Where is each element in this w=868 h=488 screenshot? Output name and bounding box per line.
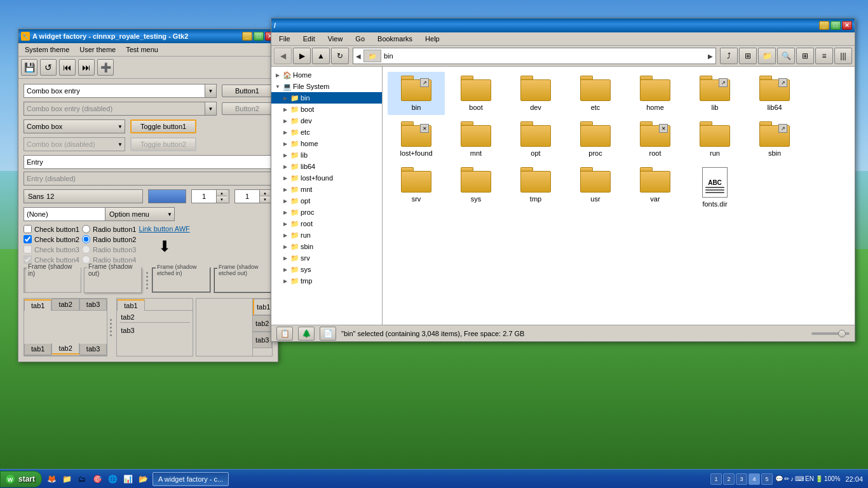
fm-menu-help[interactable]: Help [420,34,445,44]
fm-file-etc[interactable]: etc [567,72,624,115]
none-input[interactable]: (None) [24,207,118,221]
tab-bottom-2[interactable]: tab2 [51,343,79,355]
spin-down-1[interactable]: ▼ [217,196,227,203]
taskbar-app-extra3[interactable]: 📊 [121,472,135,486]
wf-tool-last[interactable]: ⏭ [78,59,95,76]
fm-tree-boot[interactable]: ▶ boot [271,104,382,115]
taskbar-app-firefox[interactable]: 🦊 [44,472,58,486]
pager-4[interactable]: 4 [749,473,760,485]
fm-tree-toggle-lib[interactable]: ▶ [281,151,289,159]
fm-menu-edit[interactable]: Edit [298,34,320,44]
taskbar-chat-icon[interactable]: 💬 [775,475,783,482]
fm-tree-run[interactable]: ▶ run [271,229,382,241]
fm-tree-toggle-lost[interactable]: ▶ [281,174,289,182]
taskbar-input-icon[interactable]: EN [805,475,814,482]
fm-tree-bin[interactable]: ▶ bin [271,92,382,104]
toggle-button1[interactable]: Toggle button1 [130,119,196,133]
fm-close-button[interactable]: ✕ [842,21,852,30]
fm-file-home[interactable]: home [627,72,684,115]
fm-file-proc[interactable]: proc [567,118,624,161]
wf-tool-undo[interactable]: ↺ [40,59,57,76]
fm-search-btn[interactable]: 🔍 [777,48,795,64]
fm-file-srv[interactable]: srv [388,163,445,212]
taskbar-app-folder[interactable]: 📁 [60,472,74,486]
fm-tree-toggle-mnt[interactable]: ▶ [281,186,289,193]
color-button[interactable] [148,189,186,203]
fm-slider-thumb[interactable] [838,330,846,337]
spin-up-1[interactable]: ▲ [217,190,227,196]
checkbox-2[interactable] [24,235,32,243]
combo-entry-1[interactable]: Combo box entry ▼ [24,84,217,98]
fm-bb-btn-2[interactable]: 🌲 [298,327,315,341]
fm-tree-root[interactable]: ▶ root [271,218,382,229]
tab-mid-3[interactable]: tab3 [119,325,190,336]
start-button[interactable]: W start [0,471,42,487]
wf-tool-add[interactable]: ➕ [97,59,114,76]
fm-menu-view[interactable]: View [323,34,348,44]
combo-entry-input-1[interactable]: Combo box entry [24,85,205,97]
fm-tree-toggle-tmp[interactable]: ▶ [281,277,289,285]
fm-location-input[interactable]: bin [384,52,705,60]
link-button[interactable]: Link button AWF [139,225,189,233]
spin-input-2[interactable]: 1 [235,190,259,203]
spinner-1[interactable]: 1 ▲ ▼ [191,189,229,203]
fm-view-btn-list[interactable]: ≡ [815,48,833,64]
taskbar-battery-icon[interactable]: 🔋 [815,475,823,482]
tab-right-1[interactable]: tab1 [253,299,272,315]
fm-file-sys[interactable]: sys [447,163,505,212]
tab-bottom-3[interactable]: tab3 [79,344,107,355]
fm-tree-toggle-home[interactable]: ▶ [274,71,281,79]
fm-tree-toggle-bin[interactable]: ▶ [281,94,289,102]
fm-tree-filesystem[interactable]: ▼ 💻 File System [271,81,382,92]
spin-down-2[interactable]: ▼ [260,196,270,203]
combo-entry-dropdown-btn-1[interactable]: ▼ [205,85,216,97]
fm-tree-proc[interactable]: ▶ proc [271,207,382,218]
fm-tree-lost-found[interactable]: ▶ lost+found [271,172,382,184]
wf-tool-save[interactable]: 💾 [21,59,37,76]
fm-tree-toggle-root[interactable]: ▶ [281,220,289,227]
tab-mid-2[interactable]: tab2 [119,312,190,323]
radio-2[interactable] [82,235,90,243]
fm-tree-toggle-fs[interactable]: ▼ [274,83,281,90]
fm-tree-sbin[interactable]: ▶ sbin [271,241,382,252]
fm-tree-toggle-lib64[interactable]: ▶ [281,163,289,170]
fm-file-usr[interactable]: usr [567,163,624,212]
wf-maximize-button[interactable]: □ [254,32,264,41]
pager-3[interactable]: 3 [736,473,747,485]
tab-top-3[interactable]: tab3 [79,299,107,310]
fm-slider-track[interactable] [811,332,850,335]
tab-right-3[interactable]: tab3 [253,332,272,348]
fm-tree-etc[interactable]: ▶ etc [271,126,382,138]
fm-file-fontsdir[interactable]: fonts.dir [686,163,743,212]
taskbar-app-extra2[interactable]: 🌐 [105,472,119,486]
fm-minimize-button[interactable]: _ [819,21,829,30]
fm-tree-lib[interactable]: ▶ lib [271,149,382,161]
fm-file-mnt[interactable]: mnt [447,118,505,161]
fm-tree-home[interactable]: ▶ 🏠 Home [271,69,382,81]
fm-nav-btn-extra1[interactable]: ⤴ [720,48,738,64]
pager-1[interactable]: 1 [710,473,722,485]
fm-tree-opt[interactable]: ▶ opt [271,195,382,207]
fm-file-dev[interactable]: dev [507,72,564,115]
fm-tree-toggle-opt[interactable]: ▶ [281,197,289,205]
fm-view-btn-columns[interactable]: ||| [834,48,852,64]
spin-up-2[interactable]: ▲ [260,190,270,196]
fm-refresh-button[interactable]: ↻ [331,48,349,64]
taskbar-music-icon[interactable]: ♪ [790,475,794,482]
fm-forward-button[interactable]: ▶ [293,48,311,64]
wf-menu-user-theme[interactable]: User theme [76,44,119,55]
fm-menu-bookmarks[interactable]: Bookmarks [372,34,417,44]
option-menu-select[interactable]: Option menu [105,207,175,221]
tab-top-1[interactable]: tab1 [24,299,51,311]
fm-file-sbin[interactable]: ↗ sbin [746,118,803,161]
fm-tree-toggle-proc[interactable]: ▶ [281,208,289,216]
fm-tree-toggle-srv[interactable]: ▶ [281,254,289,262]
fm-tree-srv[interactable]: ▶ srv [271,252,382,264]
tab-top-2[interactable]: tab2 [51,299,79,310]
fm-file-opt[interactable]: opt [507,118,564,161]
wf-menu-system-theme[interactable]: System theme [21,44,73,55]
wf-minimize-button[interactable]: _ [242,32,252,41]
fm-tree-toggle-home-dir[interactable]: ▶ [281,140,289,147]
taskbar-app-files[interactable]: 🗂 [75,472,89,486]
fm-file-bin[interactable]: ↗ bin [388,72,445,115]
